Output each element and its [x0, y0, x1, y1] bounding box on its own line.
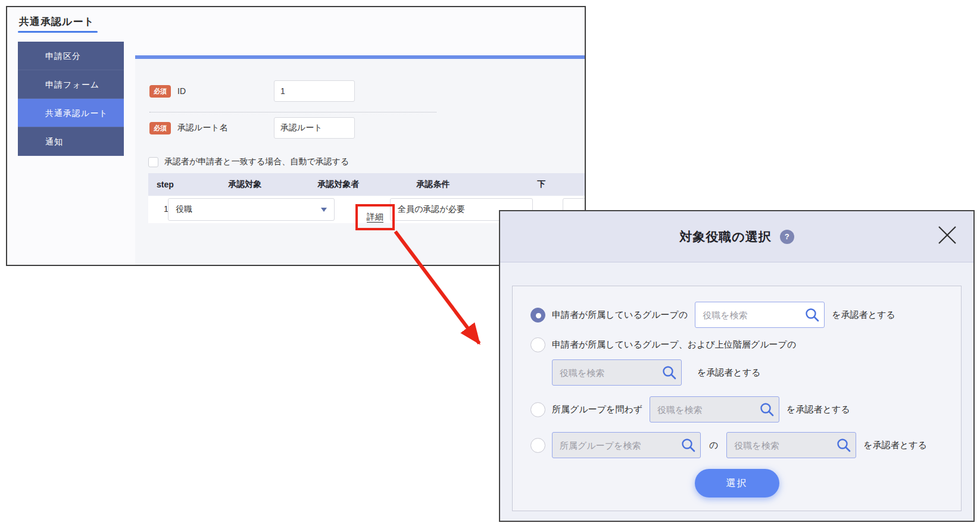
option-label: 申請者が所属しているグループの — [552, 309, 688, 321]
option-row-any-group: 所属グループを問わず を承認者とする — [530, 396, 943, 423]
search-icon[interactable] — [836, 437, 851, 453]
modal-footer: 選択 — [530, 469, 943, 497]
option-row-upper-groups: 申請者が所属しているグループ、および上位階層グループの — [530, 337, 943, 352]
role-options-box: 申請者が所属しているグループの を承認者とする 申請者が所属しているグループ、お… — [512, 286, 962, 511]
modal-header: 対象役職の選択 ? — [500, 211, 973, 262]
sidebar-item-notification[interactable]: 通知 — [18, 127, 124, 156]
approval-target-select[interactable]: 役職 — [168, 198, 335, 221]
chevron-down-icon — [321, 208, 327, 212]
detail-link[interactable]: 詳細 — [367, 212, 383, 223]
dotted-divider — [149, 112, 436, 112]
page-title: 共通承認ルート — [19, 15, 95, 29]
required-badge: 必須 — [149, 85, 171, 98]
role-search-wrap — [650, 396, 779, 423]
role-search-wrap — [695, 302, 825, 328]
route-name-label: 承認ルート名 — [177, 123, 228, 133]
option-middle-text: の — [709, 440, 718, 451]
sidebar-item-application-category[interactable]: 申請区分 — [18, 42, 124, 70]
radio-specific-group[interactable] — [530, 438, 545, 453]
auto-approve-row: 承認者が申請者と一致する場合、自動で承認する — [148, 157, 349, 167]
modal-title: 対象役職の選択 — [679, 229, 772, 245]
column-header-approval-target: 承認対象 — [182, 179, 309, 190]
radio-same-group[interactable] — [530, 308, 545, 323]
column-header-approver: 承認対象者 — [308, 179, 368, 190]
required-badge: 必須 — [149, 122, 171, 134]
steps-table-header: step 承認対象 承認対象者 承認条件 下 — [148, 173, 585, 196]
id-field-row: 必須 ID — [149, 80, 186, 102]
route-name-field-row: 必須 承認ルート名 — [149, 117, 228, 139]
option-row-upper-groups-input: を承認者とする — [530, 359, 943, 386]
option-label-suffix: を承認者とする — [863, 440, 926, 451]
column-header-clipped: 下 — [498, 179, 585, 190]
option-label-suffix: を承認者とする — [697, 367, 760, 378]
title-underline — [18, 31, 98, 33]
settings-sidebar: 申請区分 申請フォーム 共通承認ルート 通知 — [18, 42, 124, 156]
option-label: 申請者が所属しているグループ、および上位階層グループの — [552, 339, 796, 351]
option-row-same-group: 申請者が所属しているグループの を承認者とする — [530, 302, 943, 328]
role-search-wrap — [552, 359, 682, 386]
content-accent-bar — [135, 55, 585, 59]
group-search-input[interactable] — [552, 432, 701, 458]
option-label-suffix: を承認者とする — [832, 309, 895, 321]
id-label: ID — [177, 86, 186, 96]
column-header-approval-condition: 承認条件 — [368, 179, 498, 190]
id-input[interactable] — [274, 80, 355, 102]
sidebar-item-common-approval-route[interactable]: 共通承認ルート — [18, 99, 124, 127]
group-search-wrap — [552, 432, 701, 458]
search-icon[interactable] — [804, 307, 820, 323]
search-icon[interactable] — [759, 402, 775, 417]
auto-approve-checkbox[interactable] — [148, 157, 158, 167]
help-icon[interactable]: ? — [780, 230, 794, 244]
radio-upper-groups[interactable] — [530, 337, 545, 352]
approval-condition-value: 全員の承認が必要 — [398, 204, 465, 215]
close-icon[interactable] — [937, 224, 958, 246]
column-header-step: step — [148, 180, 182, 189]
radio-any-group[interactable] — [530, 402, 545, 417]
search-icon[interactable] — [681, 437, 696, 453]
target-role-selection-modal: 対象役職の選択 ? 申請者が所属しているグループの を承認者とする 申請者が所属… — [499, 210, 975, 522]
sidebar-item-application-form[interactable]: 申請フォーム — [18, 70, 124, 99]
option-label: 所属グループを問わず — [552, 404, 642, 415]
approval-target-value: 役職 — [176, 204, 192, 215]
search-icon[interactable] — [661, 365, 677, 380]
option-label-suffix: を承認者とする — [787, 404, 850, 415]
option-row-specific-group: の を承認者とする — [530, 432, 943, 458]
auto-approve-label: 承認者が申請者と一致する場合、自動で承認する — [164, 157, 349, 167]
select-button[interactable]: 選択 — [695, 469, 779, 497]
red-highlight-annotation: 詳細 — [355, 204, 395, 230]
role-search-wrap — [726, 432, 856, 458]
route-name-input[interactable] — [274, 117, 355, 139]
